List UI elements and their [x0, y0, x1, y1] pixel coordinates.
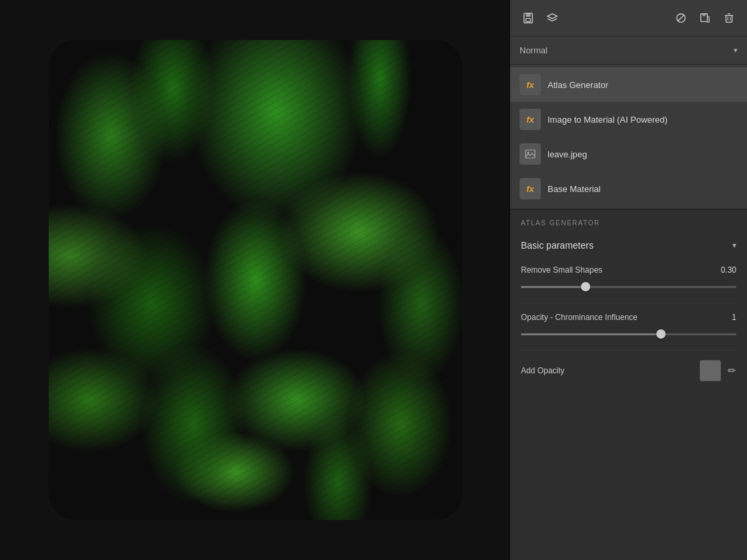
- layer-item-atlas-generator[interactable]: fx Atlas Generator: [510, 67, 747, 102]
- param-value-remove-small-shapes: 0.30: [721, 265, 736, 275]
- param-row-opacity-chrominance: Opacity - Chrominance Influence 1: [510, 306, 747, 347]
- basic-params-chevron: ▾: [732, 241, 736, 250]
- blend-mode-label: Normal: [520, 45, 548, 55]
- save-icon[interactable]: [520, 9, 537, 27]
- svg-point-14: [528, 152, 530, 154]
- layer-item-leave-jpeg[interactable]: leave.jpeg: [510, 137, 747, 171]
- svg-marker-3: [548, 14, 557, 19]
- slider-track-opacity-chrominance: [521, 333, 736, 335]
- slider-fill-opacity-chrominance: [521, 333, 661, 335]
- layer-item-image-to-material[interactable]: fx Image to Material (AI Powered): [510, 102, 747, 137]
- param-label-opacity-chrominance: Opacity - Chrominance Influence: [521, 313, 638, 322]
- slider-remove-small-shapes[interactable]: [521, 280, 736, 293]
- pencil-icon[interactable]: ✏: [728, 365, 736, 377]
- svg-rect-13: [526, 150, 535, 158]
- slider-opacity-chrominance[interactable]: [521, 327, 736, 341]
- param-divider-1: [521, 303, 736, 303]
- add-opacity-label: Add Opacity: [521, 366, 693, 375]
- slider-thumb-opacity-chrominance[interactable]: [656, 329, 666, 339]
- slider-track-remove-small-shapes: [521, 286, 736, 288]
- fx-badge-atlas: fx: [520, 74, 541, 95]
- fx-badge-image: fx: [520, 109, 541, 130]
- param-row-remove-small-shapes: Remove Small Shapes 0.30: [510, 259, 747, 300]
- layer-list: fx Atlas Generator fx Image to Material …: [510, 65, 747, 210]
- leaf-detail-overlay: [49, 40, 462, 520]
- blend-mode-chevron: ▾: [734, 46, 738, 55]
- forbidden-icon[interactable]: [672, 9, 690, 27]
- layer-item-base-material[interactable]: fx Base Material: [510, 171, 747, 206]
- right-panel: Normal ▾ fx Atlas Generator fx Image to …: [510, 0, 747, 560]
- fx-badge-base: fx: [520, 178, 541, 199]
- svg-rect-7: [702, 14, 706, 17]
- opacity-color-swatch[interactable]: [700, 360, 721, 381]
- basic-params-section-header[interactable]: Basic parameters ▾: [510, 232, 747, 259]
- img-badge-leave: [520, 143, 541, 165]
- svg-line-5: [678, 15, 684, 21]
- param-divider-2: [521, 350, 736, 351]
- render-canvas: [49, 40, 462, 520]
- layers-icon[interactable]: [544, 9, 561, 27]
- layer-name-base: Base Material: [548, 184, 738, 194]
- param-label-remove-small-shapes: Remove Small Shapes: [521, 265, 602, 275]
- save-version-icon[interactable]: [696, 9, 714, 27]
- slider-thumb-remove-small-shapes[interactable]: [581, 282, 590, 291]
- svg-rect-1: [526, 13, 530, 17]
- layer-name-leave: leave.jpeg: [548, 149, 738, 159]
- param-value-opacity-chrominance: 1: [732, 313, 736, 322]
- toolbar: [510, 0, 747, 37]
- basic-params-title: Basic parameters: [521, 240, 594, 251]
- params-header: ATLAS GENERATOR: [510, 210, 747, 232]
- blend-mode-bar[interactable]: Normal ▾: [510, 37, 747, 65]
- slider-fill-remove-small-shapes: [521, 286, 586, 288]
- trash-icon[interactable]: [720, 9, 738, 27]
- viewport: [0, 0, 510, 560]
- layer-name-atlas: Atlas Generator: [548, 80, 738, 90]
- add-opacity-row: Add Opacity ✏: [510, 353, 747, 388]
- layer-name-image: Image to Material (AI Powered): [548, 115, 738, 125]
- svg-rect-2: [526, 19, 530, 22]
- svg-rect-8: [726, 15, 732, 22]
- params-panel: ATLAS GENERATOR Basic parameters ▾ Remov…: [510, 210, 747, 560]
